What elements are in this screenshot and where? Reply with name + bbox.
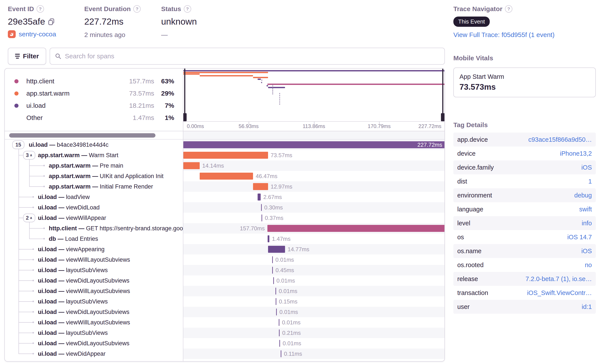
span-group-toggle[interactable]: 2∧: [23, 214, 35, 222]
legend-item[interactable]: ui.load18.21ms7%: [14, 99, 174, 112]
span-duration-bar[interactable]: [279, 340, 280, 347]
tag-value-link[interactable]: id:1: [582, 303, 592, 310]
span-row[interactable]: 15ui.load — b4ace34981e44d4c227.72ms: [5, 139, 444, 150]
event-duration-help-icon[interactable]: ?: [133, 5, 141, 13]
span-row[interactable]: ui.load — layoutSubViews0.15ms: [5, 296, 444, 307]
span-row[interactable]: ui.load — viewDidLoad0.30ms: [5, 202, 444, 213]
tag-value-link[interactable]: iOS: [581, 164, 592, 171]
tag-key: os: [457, 234, 567, 241]
span-row[interactable]: app.start.warm — UIKit and Application I…: [5, 171, 444, 181]
tree-connector-dot: [32, 196, 34, 198]
tag-row: transactioniOS_Swift.ViewContr…: [453, 286, 596, 300]
tag-value-link[interactable]: 7.2.0-beta.7 (1), io.se…: [525, 275, 592, 283]
span-duration-bar[interactable]: [183, 152, 268, 159]
span-row[interactable]: app.start.warm — Pre main14.14ms: [5, 160, 444, 171]
span-row[interactable]: ui.load — viewDidLayoutSubviews0.01ms: [5, 307, 444, 317]
span-duration-bar[interactable]: [272, 267, 273, 274]
project-link[interactable]: sentry-cocoa: [19, 30, 56, 38]
span-duration-bar[interactable]: [268, 235, 269, 242]
span-row[interactable]: ui.load — loadView2.67ms: [5, 192, 444, 202]
filter-button[interactable]: Filter: [8, 48, 46, 65]
legend-item[interactable]: app.start.warm73.57ms29%: [14, 87, 174, 99]
tag-value-link[interactable]: iOS_Swift.ViewContr…: [527, 289, 592, 296]
span-row[interactable]: db — Load Entries1.47ms: [5, 234, 444, 244]
tag-value-link[interactable]: iPhone13,2: [560, 150, 592, 157]
copy-icon[interactable]: [48, 18, 55, 25]
tree-connector: [19, 354, 33, 354]
span-name: ui.load — loadView: [38, 194, 90, 200]
span-duration-bar[interactable]: [258, 194, 261, 200]
tag-value-link[interactable]: c93ace15f866a9d50…: [528, 136, 592, 143]
tag-value-link[interactable]: iOS 14.7: [567, 234, 592, 241]
span-row[interactable]: ui.load — viewWillLayoutSubviews0.01ms: [5, 286, 444, 296]
span-duration-bar[interactable]: [276, 308, 277, 315]
span-name: ui.load — viewDidLayoutSubviews: [38, 277, 129, 284]
span-row[interactable]: http.client — GET https://sentry-brand.s…: [5, 223, 444, 234]
tag-value-link[interactable]: debug: [574, 192, 592, 199]
span-duration-bar[interactable]: [279, 319, 279, 326]
tag-key: dist: [457, 178, 588, 185]
minimap-left-handle[interactable]: [184, 69, 185, 120]
status-label: Status: [161, 5, 181, 13]
span-duration-bar[interactable]: [261, 215, 262, 221]
span-duration-bar[interactable]: [183, 141, 445, 148]
span-tree-cell: 2∧ui.load — viewWillAppear: [5, 213, 183, 223]
legend-op: Other: [26, 114, 117, 121]
tag-value-link[interactable]: info: [582, 220, 592, 227]
legend-item[interactable]: Other1.47ms1%: [14, 112, 174, 124]
span-row[interactable]: 3∧app.start.warm — Warm Start73.57ms: [5, 150, 444, 160]
span-duration-bar[interactable]: [267, 225, 445, 232]
span-duration-bar[interactable]: [272, 256, 273, 263]
app-start-warm-card[interactable]: App Start Warm 73.573ms: [453, 68, 596, 97]
span-duration-bar[interactable]: [200, 173, 253, 180]
search-input[interactable]: [65, 52, 440, 60]
legend-item[interactable]: http.client157.7ms63%: [14, 75, 174, 87]
minimap-left-grip[interactable]: [183, 113, 187, 121]
span-duration-bar[interactable]: [275, 288, 276, 295]
span-duration-bar[interactable]: [261, 204, 262, 211]
span-name: app.start.warm — Warm Start: [38, 152, 119, 159]
span-duration-label: 12.97ms: [271, 183, 292, 190]
span-row[interactable]: ui.load — viewDidAppear0.11ms: [5, 349, 444, 359]
minimap-right-handle[interactable]: [442, 69, 443, 120]
span-duration-bar[interactable]: [276, 298, 276, 305]
span-row[interactable]: 2∧ui.load — viewWillAppear0.37ms: [5, 213, 444, 223]
span-duration-bar[interactable]: [268, 246, 285, 253]
tag-value-link[interactable]: no: [585, 261, 592, 269]
span-duration-bar[interactable]: [183, 162, 200, 169]
event-id-help-icon[interactable]: ?: [37, 5, 44, 13]
span-row[interactable]: ui.load — viewDidLayoutSubviews0.01ms: [5, 275, 444, 286]
minimap-right-grip[interactable]: [441, 113, 444, 121]
span-row[interactable]: ui.load — viewDidLayoutSubviews0.01ms: [5, 338, 444, 349]
span-duration-bar[interactable]: [281, 350, 281, 357]
span-duration-label: 0.01ms: [277, 277, 295, 284]
tree-connector-vertical: [29, 160, 30, 186]
span-waterfall-panel: http.client157.7ms63%app.start.warm73.57…: [4, 68, 445, 362]
span-row[interactable]: app.start.warm — Initial Frame Render12.…: [5, 181, 444, 192]
span-duration-bar[interactable]: [279, 329, 280, 336]
span-row[interactable]: ui.load — layoutSubViews0.21ms: [5, 328, 444, 338]
tag-value-link[interactable]: 1: [588, 178, 592, 185]
span-row[interactable]: ui.load — layoutSubViews0.45ms: [5, 265, 444, 275]
span-tree-cell: ui.load — viewWillLayoutSubviews: [5, 286, 183, 296]
span-duration-bar[interactable]: [253, 183, 268, 190]
span-duration-bar[interactable]: [273, 277, 274, 284]
span-row[interactable]: ui.load — viewWillLayoutSubviews0.01ms: [5, 255, 444, 265]
minimap[interactable]: [183, 69, 444, 121]
axis-tick-label: 227.72ms: [419, 123, 441, 129]
span-row[interactable]: ui.load — viewWillLayoutSubviews0.01ms: [5, 317, 444, 328]
status-help-icon[interactable]: ?: [184, 5, 191, 13]
span-group-toggle[interactable]: 3∧: [23, 151, 35, 160]
tag-row: os.rootedno: [453, 258, 596, 272]
span-row[interactable]: ui.load — viewAppearing14.77ms: [5, 244, 444, 255]
tree-connector: [19, 155, 23, 156]
span-group-toggle[interactable]: 15: [12, 140, 24, 149]
tag-value-link[interactable]: swift: [579, 206, 592, 213]
horizontal-scrollbar[interactable]: [9, 133, 155, 138]
tag-value-link[interactable]: iOS: [581, 247, 592, 255]
span-name: ui.load — viewWillLayoutSubviews: [38, 256, 130, 263]
span-tree-cell: db — Load Entries: [5, 234, 183, 244]
span-tree-cell: ui.load — viewDidLayoutSubviews: [5, 338, 183, 349]
legend-duration: 1.47ms: [117, 114, 154, 121]
tree-chart-divider[interactable]: [183, 69, 183, 361]
